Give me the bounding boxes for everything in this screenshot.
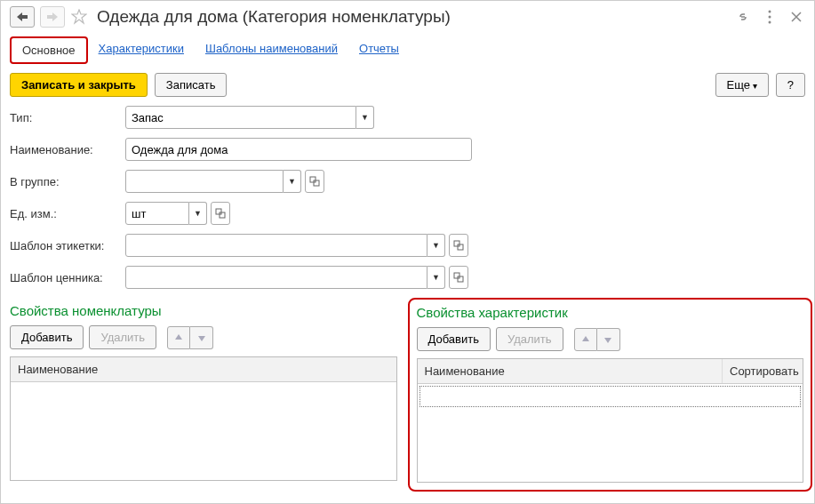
help-button[interactable]: ? [776,73,805,97]
characteristics-delete-button[interactable]: Удалить [496,327,563,351]
characteristics-tbody[interactable] [418,384,803,482]
star-icon [71,9,87,25]
unit-label: Ед. изм.: [10,207,125,220]
page-title: Одежда для дома (Категория номенклатуры) [97,7,729,27]
unit-dropdown-button[interactable]: ▼ [189,202,207,225]
tab-main[interactable]: Основное [10,36,88,64]
characteristics-move-down-button[interactable] [597,328,620,351]
svg-point-2 [769,21,771,24]
characteristics-panel: Свойства характеристик Добавить Удалить … [408,298,813,492]
type-dropdown-button[interactable]: ▼ [356,106,374,129]
characteristics-table[interactable]: Наименование Сортировать [417,358,804,483]
open-icon [309,176,320,187]
group-dropdown-button[interactable]: ▼ [284,170,301,193]
arrow-up-icon [581,335,590,344]
close-icon [791,12,802,22]
type-label: Тип: [10,111,125,124]
toolbar: Записать и закрыть Записать Еще ? [1,64,814,106]
unit-open-button[interactable] [211,202,230,225]
arrow-left-icon [17,12,28,21]
open-icon [453,240,464,251]
tab-naming-templates[interactable]: Шаблоны наименований [195,36,348,64]
form: Тип: ▼ Наименование: В группе: ▼ Ед. изм… [1,106,814,289]
nomenclature-move-up-button[interactable] [167,326,190,349]
titlebar: Одежда для дома (Категория номенклатуры) [1,1,814,33]
characteristics-new-row[interactable] [419,386,802,407]
nomenclature-tbody[interactable] [11,382,396,480]
nav-back-button[interactable] [10,6,35,28]
nomenclature-move-down-button[interactable] [190,326,213,349]
svg-rect-7 [454,241,459,246]
open-icon [453,272,464,283]
name-field[interactable] [125,138,472,161]
svg-rect-5 [216,209,221,214]
price-tpl-field[interactable] [125,266,427,289]
more-menu-button[interactable] [761,8,779,26]
characteristics-title: Свойства характеристик [417,305,804,320]
price-tpl-dropdown-button[interactable]: ▼ [427,266,445,289]
open-icon [215,208,226,219]
svg-point-1 [769,16,771,19]
group-field[interactable] [125,170,284,193]
nomenclature-toolbar: Добавить Удалить [10,325,397,349]
tab-reports[interactable]: Отчеты [348,36,410,64]
close-button[interactable] [787,8,805,26]
label-tpl-field[interactable] [125,234,427,257]
save-close-button[interactable]: Записать и закрыть [10,73,148,97]
nav-forward-button[interactable] [40,6,65,28]
svg-rect-3 [310,177,316,182]
arrow-up-icon [174,333,183,342]
arrow-down-icon [197,333,206,342]
svg-rect-10 [458,276,463,282]
characteristics-col-sort: Сортировать [723,359,803,383]
save-button[interactable]: Записать [155,73,228,97]
nomenclature-title: Свойства номенклатуры [10,303,397,318]
link-button[interactable] [734,8,752,26]
group-label: В группе: [10,175,125,188]
tabs: Основное Характеристики Шаблоны наименов… [1,33,814,64]
favorite-star-button[interactable] [70,8,88,26]
nomenclature-col-name: Наименование [11,357,396,381]
nomenclature-table[interactable]: Наименование [10,356,397,481]
link-icon [736,10,750,24]
label-tpl-dropdown-button[interactable]: ▼ [427,234,445,257]
type-field[interactable] [125,106,356,129]
svg-rect-8 [458,244,463,250]
unit-field[interactable] [125,202,189,225]
nomenclature-add-button[interactable]: Добавить [10,325,84,349]
characteristics-col-name: Наименование [418,359,723,383]
price-tpl-open-button[interactable] [449,266,468,289]
nomenclature-panel: Свойства номенклатуры Добавить Удалить Н… [10,303,397,484]
characteristics-add-button[interactable]: Добавить [417,327,491,351]
kebab-icon [768,10,771,24]
label-tpl-open-button[interactable] [449,234,468,257]
more-button[interactable]: Еще [715,73,769,97]
title-actions [734,8,805,26]
group-open-button[interactable] [305,170,324,193]
panels: Свойства номенклатуры Добавить Удалить Н… [1,298,814,493]
name-label: Наименование: [10,143,125,156]
price-tpl-label: Шаблон ценника: [10,271,125,284]
svg-rect-4 [314,180,319,186]
svg-point-0 [769,11,771,13]
characteristics-move-up-button[interactable] [574,328,597,351]
label-tpl-label: Шаблон этикетки: [10,239,125,252]
tab-characteristics[interactable]: Характеристики [88,36,195,64]
arrow-right-icon [47,12,58,21]
characteristics-toolbar: Добавить Удалить [417,327,804,351]
arrow-down-icon [603,335,612,344]
svg-rect-6 [220,212,225,218]
nomenclature-delete-button[interactable]: Удалить [89,325,156,349]
svg-rect-9 [454,273,459,278]
